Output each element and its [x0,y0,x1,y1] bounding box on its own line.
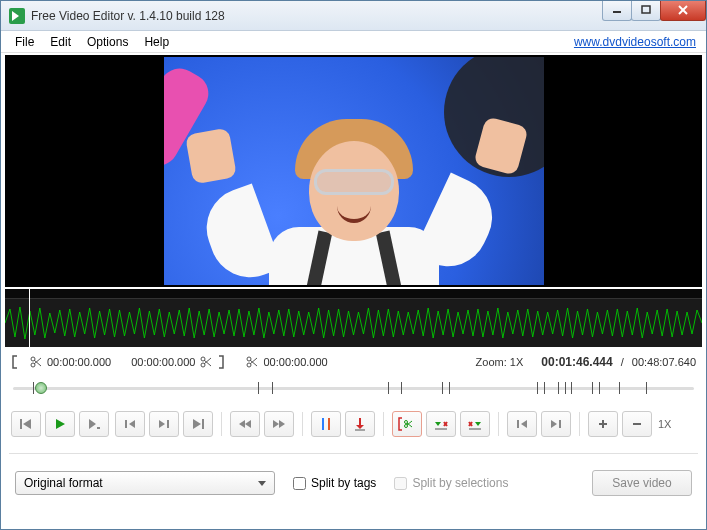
titlebar: Free Video Editor v. 1.4.10 build 128 [1,1,706,31]
window-controls [603,1,706,21]
selection-start-time: 00:00:00.000 [47,356,111,368]
scissors-icon [245,355,259,369]
app-window: Free Video Editor v. 1.4.10 build 128 Fi… [0,0,707,530]
website-link[interactable]: www.dvdvideosoft.com [574,35,700,49]
zoom-out-button[interactable] [622,411,652,437]
split-by-tags-input[interactable] [293,477,306,490]
time-readouts: 00:00:00.000 00:00:00.000 00:00:00.000 Z… [1,347,706,373]
goto-start-button[interactable] [507,411,537,437]
app-icon [9,8,25,24]
time-separator: / [621,356,624,368]
seek-bar-row [1,373,706,405]
svg-rect-17 [97,427,100,429]
svg-rect-22 [328,418,330,430]
zoom-readout: 1X [658,411,671,437]
scissors-icon [29,355,43,369]
waveform[interactable] [5,289,702,347]
seek-bar[interactable] [13,377,694,399]
set-marker-button[interactable] [345,411,375,437]
fast-forward-button[interactable] [264,411,294,437]
play-button[interactable] [45,411,75,437]
split-button[interactable] [311,411,341,437]
svg-rect-18 [125,420,127,428]
waveform-ruler [5,289,702,299]
maximize-button[interactable] [631,1,661,21]
rewind-button[interactable] [230,411,260,437]
zoom-in-button[interactable] [588,411,618,437]
zoom-label: Zoom: [476,356,507,368]
close-button[interactable] [660,1,706,21]
save-video-button[interactable]: Save video [592,470,692,496]
menu-file[interactable]: File [7,33,42,51]
bottom-bar: Original format Split by tags Split by s… [1,460,706,510]
svg-rect-19 [167,420,169,428]
window-title: Free Video Editor v. 1.4.10 build 128 [31,9,603,23]
bracket-close-icon [217,355,231,369]
svg-rect-16 [20,419,22,429]
svg-rect-31 [559,420,561,428]
menu-edit[interactable]: Edit [42,33,79,51]
next-marker-button[interactable] [183,411,213,437]
seek-thumb[interactable] [35,382,47,394]
svg-rect-1 [642,6,650,13]
goto-end-button[interactable] [541,411,571,437]
minimize-button[interactable] [602,1,632,21]
svg-rect-20 [202,419,204,429]
selection-end-time: 00:00:00.000 [131,356,195,368]
divider [9,453,698,454]
current-time: 00:01:46.444 [541,355,612,369]
svg-rect-21 [322,418,324,430]
scissors-icon [199,355,213,369]
trim-left-button[interactable] [426,411,456,437]
step-forward-button[interactable] [149,411,179,437]
zoom-value: 1X [510,356,523,368]
menubar: File Edit Options Help www.dvdvideosoft.… [1,31,706,53]
total-time: 00:48:07.640 [632,356,696,368]
output-format-select[interactable]: Original format [15,471,275,495]
prev-marker-button[interactable] [11,411,41,437]
playhead[interactable] [29,289,30,347]
split-by-selections-input [394,477,407,490]
bracket-open-icon [11,355,25,369]
video-preview[interactable] [5,55,702,287]
menu-help[interactable]: Help [136,33,177,51]
trim-right-button[interactable] [460,411,490,437]
video-frame [164,57,544,285]
play-selection-button[interactable] [79,411,109,437]
split-by-tags-checkbox[interactable]: Split by tags [293,476,376,490]
svg-rect-30 [517,420,519,428]
cut-selection-button[interactable] [392,411,422,437]
transport-controls: 1X [1,405,706,447]
menu-options[interactable]: Options [79,33,136,51]
output-format-value: Original format [24,476,103,490]
step-back-button[interactable] [115,411,145,437]
cut-start-time: 00:00:00.000 [263,356,327,368]
split-by-selections-checkbox[interactable]: Split by selections [394,476,508,490]
waveform-graphic [5,307,702,339]
